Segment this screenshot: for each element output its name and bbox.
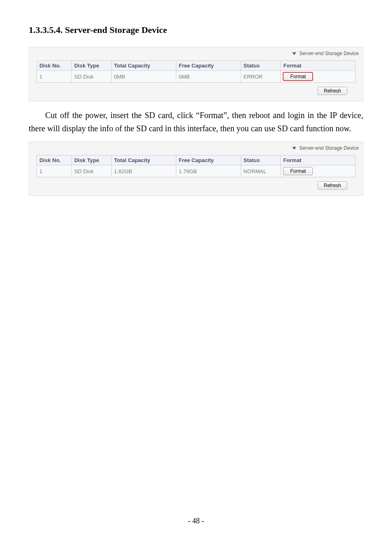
body-paragraph: Cut off the power, insert the SD card, c… bbox=[29, 109, 363, 135]
table-row: 1 SD Disk 1.82GB 1.79GB NORMAL Format bbox=[37, 165, 355, 177]
chevron-down-icon bbox=[292, 147, 296, 150]
refresh-button[interactable]: Refresh bbox=[318, 87, 347, 95]
refresh-row: Refresh bbox=[33, 181, 359, 190]
col-header-diskno: Disk No. bbox=[37, 155, 71, 165]
table-header-row: Disk No. Disk Type Total Capacity Free C… bbox=[37, 155, 355, 165]
table-row: 1 SD Disk 0MB 0MB ERROR Format bbox=[37, 71, 355, 83]
storage-panel-error: Server-end Storage Device Disk No. Disk … bbox=[29, 47, 363, 101]
format-button[interactable]: Format bbox=[283, 167, 313, 175]
cell-status: NORMAL bbox=[241, 165, 281, 177]
disk-table-error: Disk No. Disk Type Total Capacity Free C… bbox=[37, 60, 355, 83]
col-header-status: Status bbox=[241, 155, 281, 165]
col-header-format: Format bbox=[281, 61, 355, 71]
disk-table-normal: Disk No. Disk Type Total Capacity Free C… bbox=[37, 155, 355, 177]
col-header-totcap: Total Capacity bbox=[111, 155, 176, 165]
col-header-status: Status bbox=[241, 61, 281, 71]
refresh-button[interactable]: Refresh bbox=[318, 181, 347, 190]
panel-header-label: Server-end Storage Device bbox=[299, 51, 359, 56]
panel-header-label: Server-end Storage Device bbox=[299, 145, 359, 151]
panel-header[interactable]: Server-end Storage Device bbox=[33, 145, 359, 155]
col-header-totcap: Total Capacity bbox=[111, 61, 176, 71]
cell-status: ERROR bbox=[241, 71, 281, 83]
chevron-down-icon bbox=[292, 52, 296, 55]
panel-header[interactable]: Server-end Storage Device bbox=[33, 51, 359, 60]
col-header-disktype: Disk Type bbox=[71, 61, 111, 71]
cell-diskno: 1 bbox=[37, 165, 71, 177]
cell-totcap: 0MB bbox=[111, 71, 176, 83]
format-button[interactable]: Format bbox=[283, 72, 313, 81]
cell-freecap: 1.79GB bbox=[176, 165, 241, 177]
cell-freecap: 0MB bbox=[176, 71, 241, 83]
section-heading: 1.3.3.5.4. Server-end Storage Device bbox=[29, 25, 363, 35]
cell-disktype: SD Disk bbox=[71, 165, 111, 177]
cell-disktype: SD Disk bbox=[71, 71, 111, 83]
col-header-freecap: Free Capacity bbox=[176, 61, 241, 71]
cell-totcap: 1.82GB bbox=[111, 165, 176, 177]
cell-diskno: 1 bbox=[37, 71, 71, 83]
storage-panel-normal: Server-end Storage Device Disk No. Disk … bbox=[29, 142, 363, 196]
col-header-freecap: Free Capacity bbox=[176, 155, 241, 165]
col-header-disktype: Disk Type bbox=[71, 155, 111, 165]
col-header-format: Format bbox=[281, 155, 355, 165]
cell-format: Format bbox=[281, 71, 355, 83]
refresh-row: Refresh bbox=[33, 87, 359, 95]
cell-format: Format bbox=[281, 165, 355, 177]
table-header-row: Disk No. Disk Type Total Capacity Free C… bbox=[37, 61, 355, 71]
page-number: - 48 - bbox=[29, 517, 363, 538]
col-header-diskno: Disk No. bbox=[37, 61, 71, 71]
